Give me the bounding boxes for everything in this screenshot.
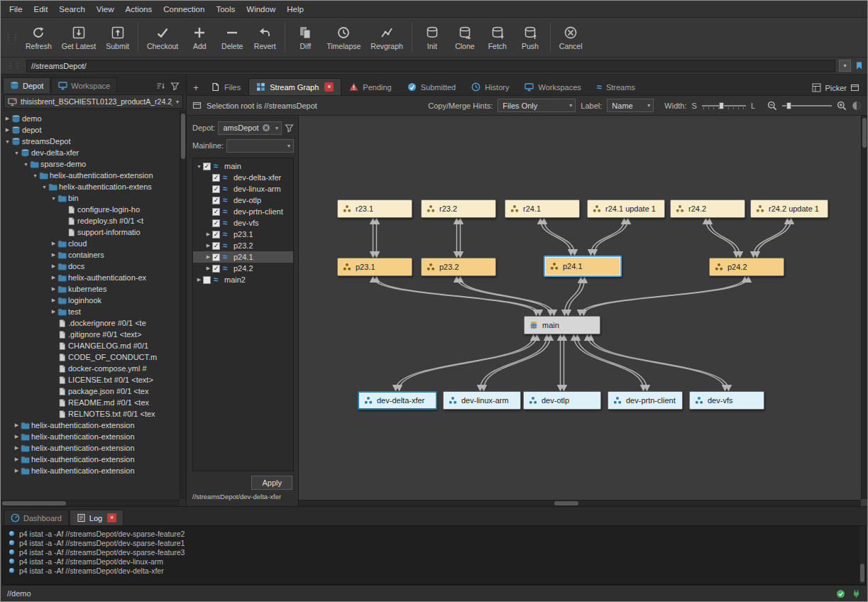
expand-arrow-icon[interactable]: ▶ [13,422,21,428]
stream-filter-item-dev-prtn-client[interactable]: ✓≈dev-prtn-client [193,206,293,217]
menu-search[interactable]: Search [53,4,90,15]
tree-item-relnotes-txt-0-1-tex[interactable]: RELNOTES.txt #0/1 <tex [1,408,179,420]
menu-file[interactable]: File [4,4,28,15]
picker-button[interactable]: Picker [806,83,865,95]
menu-edit[interactable]: Edit [28,4,54,15]
tree-item-cloud[interactable]: ▶cloud [1,238,179,249]
close-tab-icon[interactable]: × [107,513,116,522]
tree-item-docs[interactable]: ▶docs [1,261,179,272]
stream-node-p24-2[interactable]: p24.2 [709,258,784,276]
add-tab-button[interactable]: + [189,80,203,95]
stream-node-r24-2[interactable]: r24.2 [670,199,745,218]
menu-window[interactable]: Window [241,4,281,15]
expand-arrow-icon[interactable]: ▶ [195,277,203,283]
tab-pending[interactable]: Pending [341,78,399,95]
toolbar-diff-button[interactable]: Diff [289,23,322,52]
tree-item-streamsdepot[interactable]: ▼streamsDepot [1,136,179,147]
stream-filter-item-dev-otlp[interactable]: ✓≈dev-otlp [193,195,293,206]
checkbox[interactable]: ✓ [203,163,211,170]
expand-arrow-icon[interactable]: ▶ [13,445,21,451]
tab-history[interactable]: History [463,78,517,95]
log-vscrollbar[interactable] [859,526,865,584]
expand-arrow-icon[interactable]: ▶ [50,309,57,314]
stream-filter-item-p23-1[interactable]: ▶✓≈p23.1 [193,229,293,240]
tree-item-helix-authentication-extension[interactable]: ▼helix-authentication-extension [1,170,179,181]
tree-item-helix-authentication-extension[interactable]: ▶helix-authentication-extension [1,454,179,465]
addressbar-drag-handle[interactable]: ⋮⋮ [4,61,23,70]
stream-node-dev-delta-xfer[interactable]: dev-delta-xfer [358,391,437,410]
tree-item-bin[interactable]: ▼bin [1,192,179,204]
tree-item-helix-authentication-extension[interactable]: ▶helix-authentication-extension [1,420,179,431]
menu-help[interactable]: Help [281,4,309,15]
stream-filter-icon[interactable] [285,124,294,133]
toolbar-get-latest-button[interactable]: Get Latest [57,23,101,52]
stream-node-main[interactable]: main [524,316,600,334]
tree-item-test[interactable]: ▶test [1,306,179,317]
menu-tools[interactable]: Tools [210,4,241,15]
toolbar-timelapse-button[interactable]: Timelapse [322,23,366,52]
zoom-out-icon[interactable] [767,101,777,111]
tree-item-changelog-md-0-1[interactable]: CHANGELOG.md #0/1 [1,340,179,351]
tree-item-readme-md-0-1-tex[interactable]: README.md #0/1 <tex [1,397,179,408]
tab-log[interactable]: Log× [70,510,123,525]
stream-filter-item-main2[interactable]: ▶≈main2 [193,274,293,285]
expand-arrow-icon[interactable]: ▼ [195,164,203,169]
menu-view[interactable]: View [91,4,120,15]
tab-files[interactable]: Files [203,78,248,95]
menu-connection[interactable]: Connection [158,4,210,15]
expand-arrow-icon[interactable]: ▶ [204,243,212,248]
checkbox[interactable]: ✓ [212,253,220,261]
address-dropdown-button[interactable]: ▾ [839,60,851,72]
tab-stream-graph[interactable]: Stream Graph× [248,78,341,95]
stream-node-p24-1[interactable]: p24.1 [544,256,622,277]
toolbar-push-button[interactable]: Push [514,23,546,52]
stream-filter-item-dev-linux-arm[interactable]: ✓≈dev-linux-arm [193,183,293,195]
depot-filter-combo[interactable]: amsDepot [218,121,282,135]
tree-item-dev-delta-xfer[interactable]: ▼dev-delta-xfer [1,147,179,158]
stream-graph-canvas[interactable]: r23.1r23.2r24.1r24.1 update 1r24.2r24.2 … [299,116,867,506]
copy-merge-hints-select[interactable]: Files Only [498,99,576,112]
toolbar-fetch-button[interactable]: Fetch [481,23,514,52]
expand-arrow-icon[interactable]: ▼ [13,150,21,155]
checkbox[interactable]: ✓ [212,197,220,204]
tab-workspace[interactable]: Workspace [51,77,117,93]
tab-depot[interactable]: Depot [3,77,50,93]
stream-node-r24-2u1[interactable]: r24.2 update 1 [750,199,828,218]
tree-item-package-json-0-1-tex[interactable]: package.json #0/1 <tex [1,385,179,397]
stream-node-r24-1[interactable]: r24.1 [505,199,580,218]
expand-arrow-icon[interactable]: ▼ [31,173,39,178]
toolbar-revert-button[interactable]: Revert [248,23,281,52]
tree-item-depot[interactable]: ▶depot [1,124,179,136]
expand-arrow-icon[interactable]: ▶ [204,231,212,237]
close-tab-icon[interactable]: × [324,82,334,92]
expand-arrow-icon[interactable]: ▶ [50,297,57,303]
stream-node-r23-1[interactable]: r23.1 [337,199,412,218]
depot-tree-vscrollbar[interactable] [180,111,186,499]
stream-node-p23-2[interactable]: p23.2 [421,258,496,276]
canvas-hscrollbar[interactable] [299,500,861,506]
stream-node-dev-linux-arm[interactable]: dev-linux-arm [443,391,521,410]
tree-item-loginhook[interactable]: ▶loginhook [1,295,179,306]
tree-item-license-txt-0-1-text[interactable]: LICENSE.txt #0/1 <text> [1,374,179,385]
tree-item-helix-authentication-extens[interactable]: ▼helix-authentication-extens [1,181,179,192]
stream-filter-item-p23-2[interactable]: ▶✓≈p23.2 [193,240,293,251]
expand-arrow-icon[interactable]: ▶ [13,434,21,439]
expand-arrow-icon[interactable]: ▶ [50,263,57,269]
toolbar-add-button[interactable]: Add [183,23,216,52]
expand-arrow-icon[interactable]: ▼ [22,162,30,167]
tree-item-helix-authentication-extension[interactable]: ▶helix-authentication-extension [1,465,179,476]
tree-item-helix-authentication-extension[interactable]: ▶helix-authentication-extension [1,431,179,442]
tree-item-docker-compose-yml[interactable]: docker-compose.yml # [1,363,179,374]
checkbox[interactable]: ✓ [212,185,220,193]
tab-workspaces[interactable]: Workspaces [517,78,588,95]
toolbar-refresh-button[interactable]: Refresh [21,23,57,52]
mainline-select[interactable] [226,139,294,153]
connection-selector[interactable]: thisisbrent_BSCHIESTL0123_productA_r24.2… [4,94,183,109]
toolbar-drag-handle[interactable]: ⋮⋮ [2,33,21,42]
checkbox[interactable]: ✓ [212,242,220,250]
tree-item-redeploy-sh-0-1-t[interactable]: redeploy.sh #0/1 <t [1,215,179,226]
stream-node-r23-2[interactable]: r23.2 [421,199,496,218]
stream-filter-item-p24-2[interactable]: ▶✓≈p24.2 [193,263,293,274]
apply-button[interactable]: Apply [251,476,292,490]
tab-dashboard[interactable]: Dashboard [4,510,69,525]
